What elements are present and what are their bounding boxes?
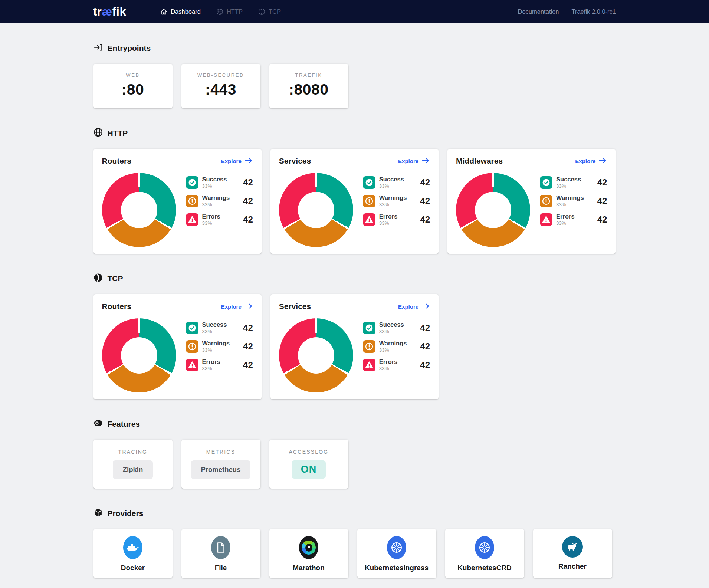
provider-card-docker: Docker: [93, 529, 173, 578]
error-triangle-icon: [363, 359, 375, 371]
explore-tcp-routers-link[interactable]: Explore: [221, 303, 253, 310]
feature-name: TRACING: [93, 449, 173, 455]
legend-row-errors: Errors33% 42: [540, 213, 607, 226]
card-title: Services: [279, 157, 311, 165]
explore-http-routers-link[interactable]: Explore: [221, 158, 253, 164]
donut-legend: Success33% 42 Warnings33% 42 Errors33% 4…: [540, 172, 607, 247]
legend-row-warnings: Warnings33% 42: [186, 340, 253, 353]
legend-label: Success: [379, 176, 404, 183]
arrow-right-icon: [599, 158, 607, 164]
legend-row-warnings: Warnings33% 42: [186, 195, 253, 207]
status-donut-chart: [102, 318, 176, 392]
legend-value: 42: [597, 177, 607, 188]
legend-label: Errors: [202, 358, 221, 365]
legend-label: Warnings: [202, 340, 230, 346]
legend-value: 42: [420, 177, 430, 188]
entrypoint-name: WEB-SECURED: [181, 72, 260, 78]
logo-part: tr: [93, 5, 102, 18]
provider-name: Marathon: [269, 564, 348, 572]
legend-pct: 33%: [379, 347, 389, 353]
card-title: Middlewares: [456, 157, 503, 165]
card-title: Routers: [102, 302, 131, 311]
provider-card-rancher: Rancher: [533, 529, 612, 578]
status-donut-chart: [279, 173, 353, 247]
status-donut-chart: [279, 318, 353, 392]
provider-name: File: [181, 564, 260, 572]
http-middlewares-card: Middlewares Explore Success33% 42: [447, 149, 616, 254]
entrypoints-icon: [93, 43, 103, 53]
legend-label: Success: [202, 321, 227, 328]
legend-label: Warnings: [379, 194, 407, 201]
provider-name: Rancher: [533, 562, 612, 571]
legend-pct: 33%: [202, 183, 212, 189]
nav-item-label: Dashboard: [171, 8, 201, 15]
file-icon: [211, 536, 230, 559]
legend-value: 42: [420, 214, 430, 225]
legend-pct: 33%: [202, 220, 212, 226]
legend-pct: 33%: [202, 329, 212, 334]
explore-label: Explore: [221, 303, 242, 310]
providers-section: Providers Docker File Marathon: [93, 508, 616, 578]
nav-item-dashboard[interactable]: Dashboard: [160, 8, 201, 15]
explore-http-middlewares-link[interactable]: Explore: [575, 158, 607, 164]
card-title: Routers: [102, 157, 131, 165]
tcp-icon: [258, 8, 265, 15]
legend-row-success: Success33% 42: [363, 176, 430, 189]
donut-legend: Success33% 42 Warnings33% 42 Errors33% 4…: [186, 318, 253, 392]
marathon-icon: [299, 536, 318, 559]
success-check-icon: [363, 322, 375, 334]
warning-exclamation-icon: [363, 195, 375, 207]
explore-label: Explore: [398, 303, 418, 310]
traefik-logo[interactable]: træfik: [93, 5, 126, 19]
logo-part: fik: [112, 5, 126, 18]
legend-pct: 33%: [379, 329, 389, 334]
globe-icon: [216, 8, 223, 15]
legend-label: Warnings: [379, 340, 407, 346]
legend-label: Warnings: [556, 194, 584, 201]
feature-status-pill: ON: [292, 460, 326, 479]
legend-value: 42: [243, 341, 253, 352]
entrypoint-name: WEB: [93, 72, 173, 78]
nav-item-tcp[interactable]: TCP: [258, 8, 281, 15]
legend-value: 42: [597, 196, 607, 206]
documentation-link[interactable]: Documentation: [518, 8, 559, 15]
success-check-icon: [363, 176, 375, 189]
feature-value-pill: Zipkin: [113, 460, 153, 479]
nav-item-http[interactable]: HTTP: [216, 8, 243, 15]
rancher-bull-icon: [562, 536, 583, 558]
error-triangle-icon: [540, 213, 552, 226]
kubernetes-wheel-icon: [387, 536, 406, 559]
version-label: Traefik 2.0.0-rc1: [571, 8, 616, 15]
legend-row-warnings: Warnings33% 42: [540, 195, 607, 207]
success-check-icon: [186, 176, 198, 189]
nav-item-label: TCP: [269, 8, 281, 15]
feature-card-accesslog: ACCESSLOG ON: [269, 440, 348, 489]
http-section: HTTP Routers Explore Succes: [93, 128, 616, 254]
entrypoint-card-traefik: TRAEFIK :8080: [269, 64, 348, 108]
error-triangle-icon: [186, 359, 198, 371]
legend-label: Errors: [379, 213, 398, 220]
legend-value: 42: [243, 196, 253, 206]
tcp-services-card: Services Explore Success33% 42: [270, 294, 439, 399]
package-box-icon: [93, 508, 103, 519]
legend-row-errors: Errors33% 42: [186, 359, 253, 371]
legend-pct: 33%: [556, 202, 566, 207]
legend-row-success: Success33% 42: [186, 322, 253, 334]
entrypoint-card-web-secured: WEB-SECURED :443: [181, 64, 260, 108]
explore-tcp-services-link[interactable]: Explore: [398, 303, 430, 310]
feature-name: ACCESSLOG: [269, 449, 348, 455]
feature-name: METRICS: [181, 449, 260, 455]
legend-label: Success: [556, 176, 581, 183]
legend-pct: 33%: [379, 183, 389, 189]
provider-name: Docker: [93, 564, 173, 572]
error-triangle-icon: [363, 213, 375, 226]
entrypoint-port: :443: [181, 81, 260, 98]
arrow-right-icon: [422, 158, 430, 164]
legend-pct: 33%: [556, 220, 566, 226]
warning-exclamation-icon: [540, 195, 552, 207]
explore-http-services-link[interactable]: Explore: [398, 158, 430, 164]
kubernetes-wheel-icon: [475, 536, 494, 559]
entrypoint-port: :80: [93, 81, 173, 98]
http-routers-card: Routers Explore Success33% 42: [93, 149, 262, 254]
feature-value-pill: Prometheus: [191, 460, 251, 479]
